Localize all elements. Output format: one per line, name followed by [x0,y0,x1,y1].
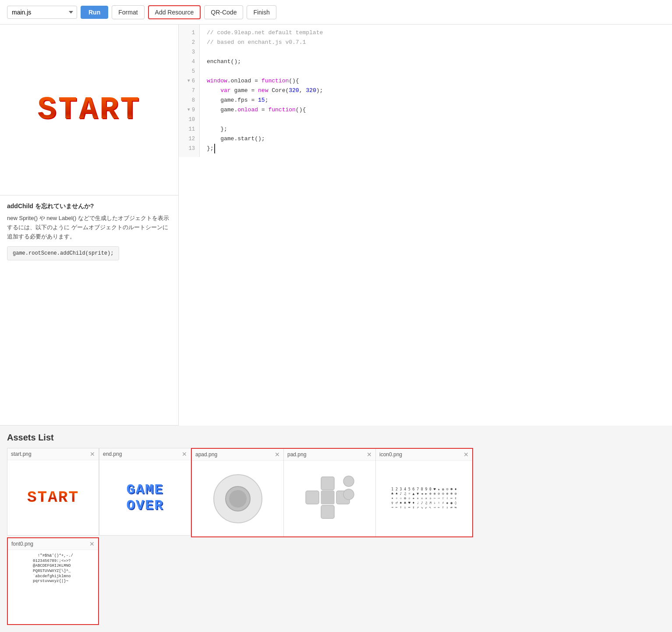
code-editor[interactable]: 1 2 3 4 5 ▼6 7 8 ▼9 10 11 12 13 // code.… [179,25,672,426]
toolbar: main.js Run Format Add Resource QR-Code … [0,0,672,25]
svg-rect-3 [321,477,334,490]
code-line [207,115,665,124]
code-line: }; [207,144,665,153]
font-preview: !"#$%&'()*+,-./0123456789:;<=>?@ABCDEFGH… [33,554,73,584]
code-line: game.onload = function(){ [207,105,665,115]
gameover-asset-preview: GAMEOVER [127,482,164,513]
asset-card-start: start.png ✕ START [7,448,99,536]
assets-title: Assets List [7,433,665,443]
asset-body: START [7,460,99,535]
asset-body: GAMEOVER [99,460,191,535]
asset-card-apad: apad.png ✕ [192,449,284,536]
asset-body: 1 2 3 4 5 6 7 8 9 0 ♥ ★ ✿ ☺ ☻ ♦ ♣ ♠ ♪ ♫ … [376,461,472,536]
hint-box: addChild を忘れていませんか? new Sprite() や new L… [0,195,178,426]
asset-name: icon0.png [379,451,402,458]
code-line: window.onload = function(){ [207,76,665,86]
asset-header: pad.png ✕ [284,449,375,461]
asset-close-button[interactable]: ✕ [89,541,95,547]
svg-rect-4 [321,505,334,518]
content-row: START addChild を忘れていませんか? new Sprite() や… [0,25,672,426]
file-selector[interactable]: main.js [7,6,77,19]
bottom-area: Assets List start.png ✕ START end.png ✕ [0,426,672,632]
highlighted-asset-group: apad.png ✕ pad.png ✕ [191,448,473,537]
page: main.js Run Format Add Resource QR-Code … [0,0,672,632]
hint-body: new Sprite() や new Label() などで生成したオブジェクト… [7,214,171,241]
hint-code: game.rootScene.addChild(sprite); [7,246,119,260]
preview-area: START [0,25,178,195]
svg-rect-5 [306,491,319,504]
code-line: game.start(); [207,134,665,144]
code-line: // based on enchant.js v0.7.1 [207,38,665,47]
code-line: game.fps = 15; [207,96,665,105]
svg-point-9 [343,489,354,500]
asset-header: font0.png ✕ [8,538,98,550]
start-logo-preview: START [37,92,141,128]
start-asset-preview: START [27,489,79,507]
svg-point-8 [343,476,354,486]
pad-svg [301,472,358,525]
code-line: // code.9leap.net default template [207,28,665,38]
add-resource-button[interactable]: Add Resource [148,5,201,19]
asset-close-button[interactable]: ✕ [463,451,469,458]
asset-header: start.png ✕ [7,448,99,460]
asset-card-icon0: icon0.png ✕ 1 2 3 4 5 6 7 8 9 0 ♥ ★ ✿ ☺ … [376,449,472,536]
asset-name: font0.png [11,541,33,547]
asset-close-button[interactable]: ✕ [367,451,372,458]
format-button[interactable]: Format [112,5,144,19]
code-line [207,67,665,76]
qr-code-button[interactable]: QR-Code [204,5,243,19]
asset-header: end.png ✕ [99,448,191,460]
asset-close-button[interactable]: ✕ [182,451,187,457]
hint-title: addChild を忘れていませんか? [7,202,171,210]
asset-header: apad.png ✕ [192,449,283,461]
finish-button[interactable]: Finish [247,5,276,19]
icon-preview: 1 2 3 4 5 6 7 8 9 0 ♥ ★ ✿ ☺ ☻ ♦ ♣ ♠ ♪ ♫ … [391,487,456,510]
asset-body [192,461,283,536]
code-content[interactable]: // code.9leap.net default template // ba… [200,25,672,157]
asset-name: end.png [103,451,122,457]
asset-close-button[interactable]: ✕ [275,451,280,458]
svg-point-2 [229,490,247,508]
asset-body: !"#$%&'()*+,-./0123456789:;<=>?@ABCDEFGH… [8,550,98,624]
code-line: }; [207,124,665,134]
asset-name: pad.png [287,451,306,458]
run-button[interactable]: Run [81,6,108,19]
asset-header: icon0.png ✕ [376,449,472,461]
asset-name: apad.png [195,451,217,458]
asset-body [284,461,375,536]
asset-card-font0: font0.png ✕ !"#$%&'()*+,-./0123456789:;<… [7,537,99,625]
asset-card-end: end.png ✕ GAMEOVER [99,448,191,536]
asset-card-pad: pad.png ✕ [284,449,376,536]
apad-svg [212,472,264,525]
code-line: var game = new Core(320, 320); [207,86,665,96]
line-numbers: 1 2 3 4 5 ▼6 7 8 ▼9 10 11 12 13 [179,25,200,157]
left-panel: START addChild を忘れていませんか? new Sprite() や… [0,25,179,426]
asset-name: start.png [11,451,32,457]
assets-grid: start.png ✕ START end.png ✕ GAMEOVER [7,448,665,537]
assets-second-row: font0.png ✕ !"#$%&'()*+,-./0123456789:;<… [7,537,665,625]
svg-rect-7 [321,491,334,504]
code-line [207,47,665,57]
code-line: enchant(); [207,57,665,67]
asset-close-button[interactable]: ✕ [90,451,95,457]
code-area: 1 2 3 4 5 ▼6 7 8 ▼9 10 11 12 13 // code.… [179,25,672,157]
